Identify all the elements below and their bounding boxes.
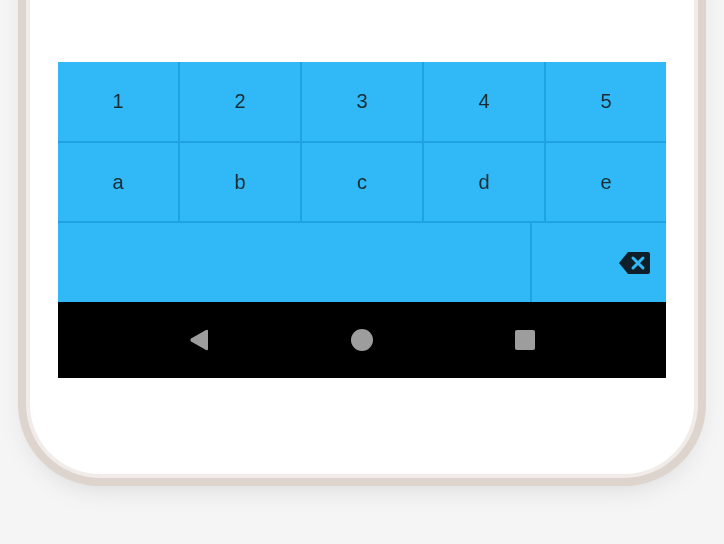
keyboard-row-1: 1 2 3 4 5 [58, 62, 666, 141]
square-icon [514, 329, 536, 351]
key-space[interactable] [58, 223, 530, 302]
key-b[interactable]: b [178, 143, 300, 222]
nav-back-button[interactable] [183, 324, 215, 356]
key-5[interactable]: 5 [544, 62, 666, 141]
custom-keyboard: 1 2 3 4 5 a b c d e [58, 62, 666, 302]
svg-point-0 [351, 329, 373, 351]
phone-screen: 1 2 3 4 5 a b c d e [58, 0, 666, 378]
key-a[interactable]: a [58, 143, 178, 222]
android-nav-bar [58, 302, 666, 378]
key-4[interactable]: 4 [422, 62, 544, 141]
key-backspace[interactable] [530, 223, 666, 302]
key-e[interactable]: e [544, 143, 666, 222]
key-3[interactable]: 3 [300, 62, 422, 141]
keyboard-row-2: a b c d e [58, 141, 666, 222]
key-c[interactable]: c [300, 143, 422, 222]
nav-home-button[interactable] [346, 324, 378, 356]
key-d[interactable]: d [422, 143, 544, 222]
triangle-left-icon [188, 328, 210, 352]
phone-frame: 1 2 3 4 5 a b c d e [30, 0, 694, 474]
backspace-icon [618, 250, 650, 276]
svg-rect-1 [515, 330, 535, 350]
circle-icon [350, 328, 374, 352]
keyboard-row-action [58, 221, 666, 302]
key-2[interactable]: 2 [178, 62, 300, 141]
nav-recents-button[interactable] [509, 324, 541, 356]
key-1[interactable]: 1 [58, 62, 178, 141]
